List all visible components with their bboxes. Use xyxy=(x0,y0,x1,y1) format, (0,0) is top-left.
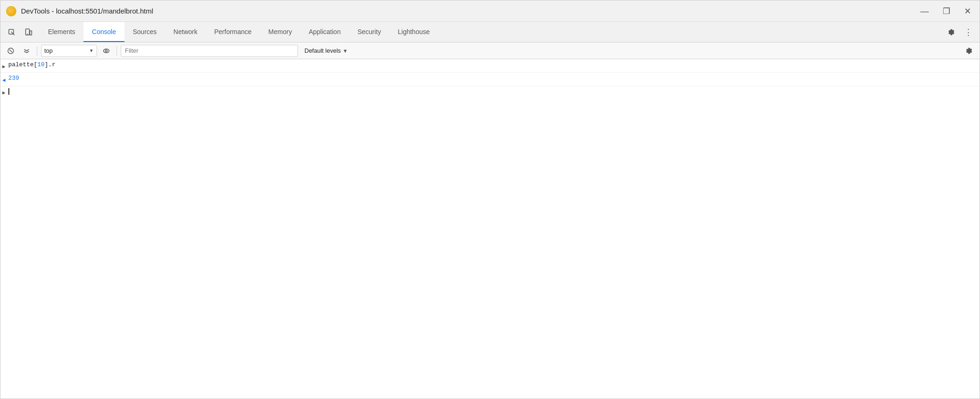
default-levels-arrow-icon: ▼ xyxy=(343,48,348,54)
title-bar: DevTools - localhost:5501/mandelbrot.htm… xyxy=(0,0,980,22)
toolbar-divider-1 xyxy=(37,46,37,56)
inspect-icon-button[interactable] xyxy=(4,25,19,40)
console-prompt-arrow-icon: ▶ xyxy=(2,90,6,96)
run-console-button[interactable] xyxy=(20,44,33,57)
console-cursor xyxy=(8,88,9,95)
window-controls: — ❐ ✕ xyxy=(918,5,974,17)
console-entry-text: palette[10].r xyxy=(8,60,55,70)
console-output-arrow-icon: ◀ xyxy=(2,76,6,85)
tab-performance[interactable]: Performance xyxy=(206,22,260,42)
device-icon-button[interactable] xyxy=(21,25,36,40)
settings-icon-button[interactable] xyxy=(944,25,959,40)
console-prompt-line[interactable]: ▶ xyxy=(0,86,980,97)
svg-rect-3 xyxy=(30,31,32,35)
toolbar-right xyxy=(963,44,976,57)
svg-line-6 xyxy=(9,49,12,52)
tabs-bar: Elements Console Sources Network Perform… xyxy=(0,22,980,42)
tab-network[interactable]: Network xyxy=(165,22,206,42)
tab-sources[interactable]: Sources xyxy=(124,22,165,42)
window-title: DevTools - localhost:5501/mandelbrot.htm… xyxy=(21,7,918,15)
watch-expressions-button[interactable] xyxy=(100,44,113,57)
svg-line-1 xyxy=(11,32,14,35)
tabs-bar-left-icons xyxy=(4,25,36,40)
svg-point-7 xyxy=(104,49,109,53)
console-entry-output: ◀ 239 xyxy=(0,73,980,86)
console-entry-index: 10 xyxy=(37,61,45,68)
console-toolbar: top ▼ Default levels ▼ xyxy=(0,42,980,59)
default-levels-button[interactable]: Default levels ▼ xyxy=(301,45,352,57)
toolbar-divider-2 xyxy=(117,46,117,56)
console-settings-button[interactable] xyxy=(963,44,976,57)
devtools-icon xyxy=(6,6,16,16)
filter-input[interactable] xyxy=(125,47,294,54)
console-entry-arrow-icon: ▶ xyxy=(2,62,6,71)
console-content: ▶ palette[10].r ◀ 239 ▶ xyxy=(0,59,980,399)
more-icon-button[interactable]: ⋮ xyxy=(961,25,976,40)
tabs-list: Elements Console Sources Network Perform… xyxy=(40,22,944,42)
close-button[interactable]: ✕ xyxy=(961,5,974,17)
tab-application[interactable]: Application xyxy=(300,22,349,42)
tabs-bar-right-icons: ⋮ xyxy=(944,25,976,40)
tab-memory[interactable]: Memory xyxy=(260,22,301,42)
tab-elements[interactable]: Elements xyxy=(40,22,83,42)
filter-input-wrapper[interactable] xyxy=(121,45,298,57)
tab-console[interactable]: Console xyxy=(83,22,124,42)
context-selector-value: top xyxy=(44,47,87,54)
maximize-button[interactable]: ❐ xyxy=(940,5,953,17)
context-selector[interactable]: top ▼ xyxy=(41,45,97,57)
minimize-button[interactable]: — xyxy=(918,5,932,17)
context-selector-arrow-icon: ▼ xyxy=(89,48,94,53)
console-output-value: 239 xyxy=(8,74,19,83)
console-entry-input: ▶ palette[10].r xyxy=(0,59,980,73)
svg-point-8 xyxy=(105,50,107,52)
default-levels-label: Default levels xyxy=(304,47,341,54)
devtools-window: DevTools - localhost:5501/mandelbrot.htm… xyxy=(0,0,980,399)
tab-security[interactable]: Security xyxy=(349,22,390,42)
clear-console-button[interactable] xyxy=(4,44,17,57)
tab-lighthouse[interactable]: Lighthouse xyxy=(389,22,438,42)
